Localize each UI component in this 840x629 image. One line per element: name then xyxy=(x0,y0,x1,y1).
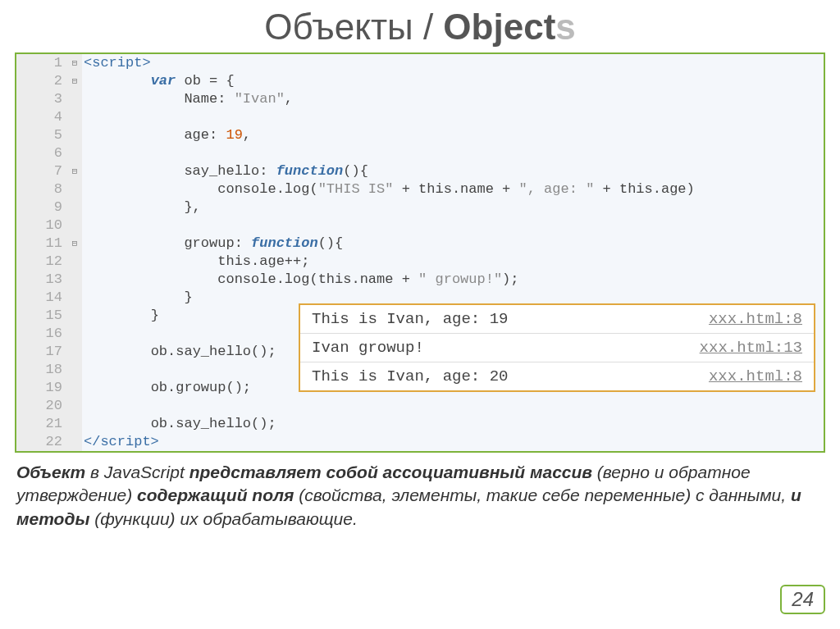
code-line: 8 console.log("THIS IS" + this.name + ",… xyxy=(16,180,824,198)
line-number: 19 xyxy=(16,379,67,397)
console-line: This is Ivan, age: 20xxx.html:8 xyxy=(300,362,814,390)
slide-title: Объекты / Objects xyxy=(0,7,840,48)
fold-icon xyxy=(67,343,82,361)
title-gray: s xyxy=(555,7,575,47)
code-content: say_hello: function(){ xyxy=(82,162,824,180)
fold-icon: ⊟ xyxy=(67,235,82,253)
line-number: 1 xyxy=(16,54,67,72)
fold-icon xyxy=(67,361,82,379)
code-line: 12 this.age++; xyxy=(16,253,824,271)
line-number: 21 xyxy=(16,415,67,433)
code-content: Name: "Ivan", xyxy=(82,90,824,108)
fold-icon xyxy=(67,180,82,198)
code-line: 11⊟ growup: function(){ xyxy=(16,235,824,253)
code-content xyxy=(82,108,824,126)
line-number: 14 xyxy=(16,289,67,307)
line-number: 4 xyxy=(16,108,67,126)
line-number: 2 xyxy=(16,72,67,90)
exp-bold: представляет собой ассоциативный массив xyxy=(189,463,592,481)
code-content: }, xyxy=(82,198,824,217)
fold-icon xyxy=(67,397,82,415)
console-message: This is Ivan, age: 20 xyxy=(312,367,508,385)
code-block: 1⊟<script>2⊟ var ob = {3 Name: "Ivan",45… xyxy=(15,52,825,453)
code-content: console.log(this.name + " growup!"); xyxy=(82,271,824,289)
fold-icon xyxy=(67,126,82,144)
fold-icon: ⊟ xyxy=(67,54,82,72)
console-line: This is Ivan, age: 19xxx.html:8 xyxy=(300,305,814,334)
code-content: growup: function(){ xyxy=(82,235,824,253)
line-number: 3 xyxy=(16,90,67,108)
console-line: Ivan growup!xxx.html:13 xyxy=(300,334,814,362)
line-number: 10 xyxy=(16,217,67,235)
code-line: 1⊟<script> xyxy=(16,54,824,72)
fold-icon xyxy=(67,108,82,126)
code-content xyxy=(82,397,824,415)
fold-icon xyxy=(67,144,82,162)
console-source: xxx.html:13 xyxy=(700,339,802,357)
code-content: </script> xyxy=(82,433,824,451)
fold-icon xyxy=(67,253,82,271)
console-source: xxx.html:8 xyxy=(709,310,802,328)
fold-icon xyxy=(67,433,82,451)
code-line: 3 Name: "Ivan", xyxy=(16,90,824,108)
console-source: xxx.html:8 xyxy=(709,367,802,385)
code-content: <script> xyxy=(82,54,824,72)
fold-icon xyxy=(67,217,82,235)
fold-icon xyxy=(67,379,82,397)
line-number: 6 xyxy=(16,144,67,162)
line-number: 7 xyxy=(16,162,67,180)
fold-icon xyxy=(67,325,82,343)
line-number: 12 xyxy=(16,253,67,271)
line-number: 11 xyxy=(16,235,67,253)
line-number: 16 xyxy=(16,325,67,343)
line-number: 9 xyxy=(16,198,67,217)
code-line: 7⊟ say_hello: function(){ xyxy=(16,162,824,180)
code-content: console.log("THIS IS" + this.name + ", a… xyxy=(82,180,824,198)
console-message: This is Ivan, age: 19 xyxy=(312,310,508,328)
line-number: 5 xyxy=(16,126,67,144)
line-number: 20 xyxy=(16,397,67,415)
fold-icon xyxy=(67,198,82,217)
exp-text: (свойства, элементы, такие себе переменн… xyxy=(294,485,791,504)
explanation-text: Объект в JavaScript представляет собой а… xyxy=(16,461,824,531)
code-line: 6 xyxy=(16,144,824,162)
fold-icon: ⊟ xyxy=(67,162,82,180)
line-number: 18 xyxy=(16,361,67,379)
fold-icon xyxy=(67,271,82,289)
console-output: This is Ivan, age: 19xxx.html:8Ivan grow… xyxy=(299,303,815,392)
code-content xyxy=(82,144,824,162)
code-content: var ob = { xyxy=(82,72,824,90)
code-line: 9 }, xyxy=(16,198,824,217)
fold-icon xyxy=(67,415,82,433)
code-content: age: 19, xyxy=(82,126,824,144)
exp-text: (функции) их обрабатывающие. xyxy=(89,509,357,528)
fold-icon xyxy=(67,307,82,325)
code-content: ob.say_hello(); xyxy=(82,415,824,433)
code-content xyxy=(82,217,824,235)
line-number: 17 xyxy=(16,343,67,361)
code-line: 4 xyxy=(16,108,824,126)
console-message: Ivan growup! xyxy=(312,339,424,357)
code-line: 5 age: 19, xyxy=(16,126,824,144)
line-number: 13 xyxy=(16,271,67,289)
line-number: 15 xyxy=(16,307,67,325)
code-line: 20 xyxy=(16,397,824,415)
fold-icon xyxy=(67,289,82,307)
page-number: 24 xyxy=(780,585,825,614)
code-line: 22</script> xyxy=(16,433,824,451)
code-line: 10 xyxy=(16,217,824,235)
fold-icon: ⊟ xyxy=(67,72,82,90)
exp-bold: Объект xyxy=(16,463,85,481)
line-number: 8 xyxy=(16,180,67,198)
exp-bold: содержащий поля xyxy=(137,485,294,504)
title-bold: Object xyxy=(443,7,555,47)
code-line: 21 ob.say_hello(); xyxy=(16,415,824,433)
code-line: 2⊟ var ob = { xyxy=(16,72,824,90)
exp-text: в JavaScript xyxy=(85,463,189,481)
line-number: 22 xyxy=(16,433,67,451)
title-part1: Объекты / xyxy=(264,7,443,47)
fold-icon xyxy=(67,90,82,108)
code-content: this.age++; xyxy=(82,253,824,271)
code-line: 13 console.log(this.name + " growup!"); xyxy=(16,271,824,289)
